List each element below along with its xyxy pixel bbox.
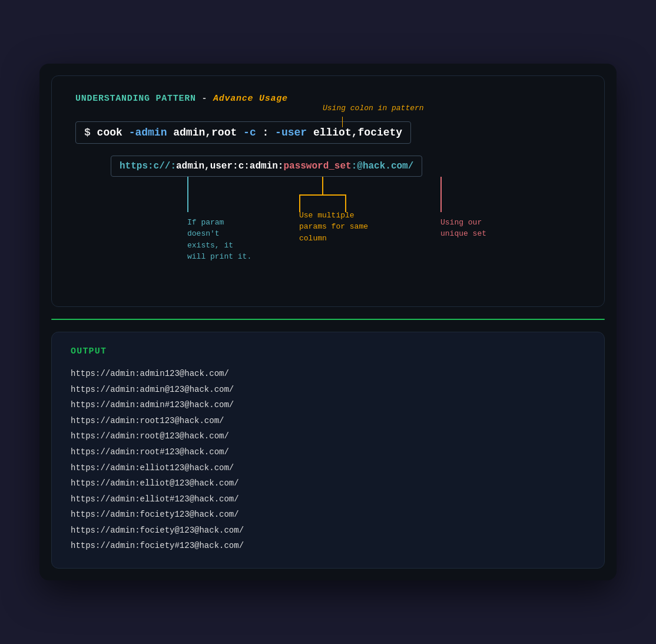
url-part5: :@hack.com/ <box>352 161 414 171</box>
url-box: https:c//:admin,user:c:admin:password_se… <box>111 156 422 177</box>
divider <box>51 319 605 320</box>
url-section: https:c//:admin,user:c:admin:password_se… <box>111 156 581 177</box>
anno-mid-text: Use multiple params for same column <box>299 210 376 245</box>
cmd-user-flag: -user <box>269 127 307 138</box>
url-part3: admin: <box>250 161 284 171</box>
cmd-dollar: $ <box>84 127 91 138</box>
cmd-cook: cook <box>91 127 122 138</box>
url-part1: https:c//: <box>120 161 176 171</box>
output-line-item: https://admin:elliot@123@hack.com/ <box>71 475 585 491</box>
output-line-item: https://admin:fociety@123@hack.com/ <box>71 523 585 539</box>
anno-mid-vert <box>322 177 323 196</box>
cmd-admin-val: admin,root <box>167 127 237 138</box>
anno-mid-right-down <box>345 194 346 212</box>
output-line-item: https://admin:admin123@hack.com/ <box>71 366 585 382</box>
output-line-item: https://admin:root123@hack.com/ <box>71 413 585 429</box>
output-title: OUTPUT <box>71 346 585 356</box>
anno-right-text: Using our unique set <box>440 217 511 240</box>
url-part4: password_set <box>283 161 351 171</box>
output-line-item: https://admin:admin#123@hack.com/ <box>71 397 585 413</box>
annotation-mid: Use multiple params for same column <box>299 177 376 245</box>
annotation-right: Using our unique set <box>440 177 511 240</box>
cmd-flag1: -admin <box>122 127 167 138</box>
command-section: Using colon in pattern $ cook -admin adm… <box>75 121 581 144</box>
colon-label: Using colon in pattern <box>323 104 424 113</box>
colon-line-decoration <box>342 117 343 127</box>
anno-left-text: If param doesn't exists, it will print i… <box>187 217 252 263</box>
panel-title: UNDERSTANDING PATTERN - Advance Usage <box>75 94 581 104</box>
output-panel: OUTPUT https://admin:admin123@hack.com/h… <box>51 332 605 569</box>
output-line-item: https://admin:root@123@hack.com/ <box>71 428 585 444</box>
output-line-item: https://admin:elliot123@hack.com/ <box>71 460 585 476</box>
output-line-item: https://admin:root#123@hack.com/ <box>71 444 585 460</box>
title-advance: Advance Usage <box>213 94 288 104</box>
output-line-item: https://admin:fociety123@hack.com/ <box>71 507 585 523</box>
output-line-item: https://admin:admin@123@hack.com/ <box>71 382 585 398</box>
annotations: If param doesn't exists, it will print i… <box>111 177 581 283</box>
top-panel: UNDERSTANDING PATTERN - Advance Usage Us… <box>51 75 605 307</box>
title-dash: - <box>196 94 213 104</box>
main-container: UNDERSTANDING PATTERN - Advance Usage Us… <box>39 64 617 580</box>
title-pattern: UNDERSTANDING PATTERN <box>75 94 196 104</box>
anno-right-line <box>440 177 442 212</box>
anno-left-line <box>187 177 188 212</box>
anno-mid-shape <box>299 177 346 206</box>
anno-mid-left-down <box>299 194 300 212</box>
cmd-flag2: -c <box>237 127 256 138</box>
cmd-user-val: elliot,fociety <box>307 127 402 138</box>
output-line-item: https://admin:elliot#123@hack.com/ <box>71 491 585 507</box>
anno-mid-horiz <box>299 194 346 196</box>
annotation-left: If param doesn't exists, it will print i… <box>187 177 252 263</box>
output-lines: https://admin:admin123@hack.com/https://… <box>71 366 585 554</box>
command-line: $ cook -admin admin,root -c : -user elli… <box>75 121 411 144</box>
cmd-colon: : <box>256 127 269 138</box>
url-part2: admin,user:c: <box>176 161 250 171</box>
output-line-item: https://admin:fociety#123@hack.com/ <box>71 538 585 554</box>
